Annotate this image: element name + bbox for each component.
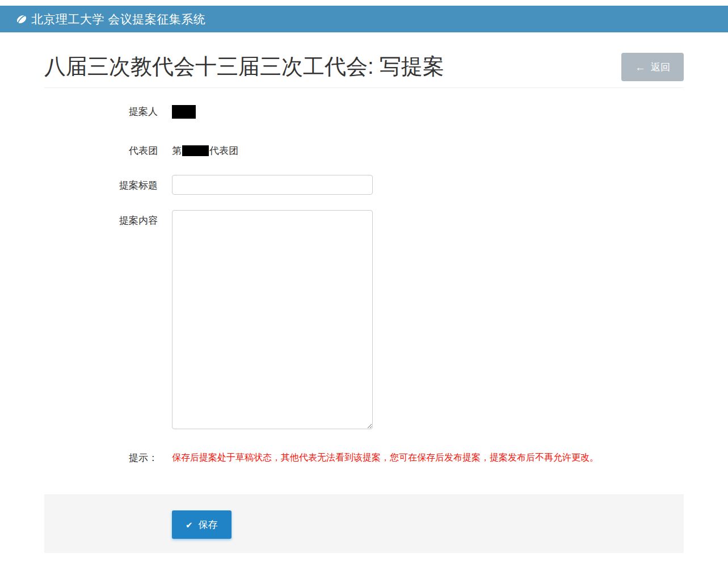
proposal-form: 提案人 代表团 第代表团 提案标题 提案内容 提示： 保存后提案处于草 [44,101,684,465]
proposal-content-label: 提案内容 [44,210,158,228]
page-header: 八届三次教代会十三届三次工代会: 写提案 ← 返回 [44,53,684,88]
back-button-label: 返回 [651,61,670,74]
app-title: 北京理工大学 会议提案征集系统 [31,11,205,27]
proposer-label: 提案人 [44,101,158,119]
delegation-value-redacted [182,145,209,156]
proposal-content-row: 提案内容 [44,210,684,429]
hint-text: 保存后提案处于草稿状态，其他代表无法看到该提案，您可在保存后发布提案，提案发布后… [172,447,599,464]
top-navbar: 北京理工大学 会议提案征集系统 [0,6,728,32]
check-icon: ✔ [186,521,193,529]
proposer-row: 提案人 [44,101,684,120]
delegation-value-suffix: 代表团 [209,145,238,156]
save-button[interactable]: ✔ 保存 [172,510,232,539]
proposer-value-redacted [172,105,196,119]
arrow-left-icon: ← [635,62,646,73]
save-button-label: 保存 [199,518,218,531]
delegation-row: 代表团 第代表团 [44,140,684,158]
hint-label: 提示： [44,447,158,465]
delegation-value-prefix: 第 [172,145,182,156]
leaf-icon [16,14,27,25]
form-actions-panel: ✔ 保存 [44,495,684,553]
delegation-label: 代表团 [44,140,158,158]
page-title: 八届三次教代会十三届三次工代会: 写提案 [44,55,444,79]
proposal-title-label: 提案标题 [44,175,158,192]
delegation-value: 第代表团 [172,140,238,158]
hint-row: 提示： 保存后提案处于草稿状态，其他代表无法看到该提案，您可在保存后发布提案，提… [44,447,684,465]
back-button[interactable]: ← 返回 [621,53,684,81]
proposal-title-row: 提案标题 [44,175,684,195]
proposal-content-textarea[interactable] [172,210,373,429]
proposer-value [172,101,196,120]
proposal-title-input[interactable] [172,175,373,195]
